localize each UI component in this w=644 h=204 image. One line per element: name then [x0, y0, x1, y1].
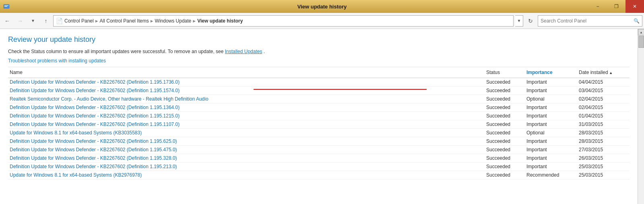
troubleshoot-link[interactable]: Troubleshoot problems with installing up… — [8, 58, 106, 64]
table-row[interactable]: Definition Update for Windows Defender -… — [8, 120, 630, 129]
app-icon — [3, 3, 10, 10]
table-row[interactable]: Definition Update for Windows Defender -… — [8, 137, 630, 146]
cell-status: Succeeded — [485, 155, 525, 161]
cell-importance: Important — [525, 88, 577, 93]
table-row[interactable]: Definition Update for Windows Defender -… — [8, 87, 630, 95]
maximize-button[interactable]: ❐ — [607, 0, 625, 13]
table-row[interactable]: Definition Update for Windows Defender -… — [8, 146, 630, 154]
cell-importance: Important — [525, 122, 577, 127]
cell-importance: Important — [525, 105, 577, 110]
cell-date: 25/03/2015 — [577, 172, 630, 178]
col-date-header[interactable]: Date installed — [577, 70, 630, 75]
path-part-4: View update history — [197, 18, 243, 24]
search-box: 🔍 — [538, 15, 642, 27]
table-row[interactable]: Definition Update for Windows Defender -… — [8, 163, 630, 171]
cell-name[interactable]: Definition Update for Windows Defender -… — [8, 164, 485, 169]
cell-importance: Important — [525, 155, 577, 161]
description-end: . — [264, 49, 265, 54]
titlebar: View update history − ❐ ✕ — [0, 0, 644, 13]
search-input[interactable] — [541, 18, 632, 24]
page-title: Review your update history — [8, 35, 630, 44]
svg-rect-1 — [4, 5, 8, 6]
cell-importance: Recommended — [525, 172, 577, 178]
cell-name[interactable]: Realtek Semiconductor Corp. - Audio Devi… — [8, 96, 485, 102]
cell-date: 04/04/2015 — [577, 79, 630, 85]
cell-status: Succeeded — [485, 79, 525, 85]
cell-date: 01/04/2015 — [577, 113, 630, 119]
table-row[interactable]: Definition Update for Windows Defender -… — [8, 103, 630, 112]
path-sep-1: ► — [95, 19, 99, 23]
installed-updates-link[interactable]: Installed Updates — [225, 49, 262, 54]
forward-button[interactable]: → — [14, 15, 26, 27]
cell-date: 28/03/2015 — [577, 130, 630, 136]
cell-importance: Important — [525, 147, 577, 152]
cell-name[interactable]: Definition Update for Windows Defender -… — [8, 79, 485, 85]
scroll-up-arrow[interactable]: ▲ — [638, 29, 644, 35]
scrollbar[interactable]: ▲ — [638, 29, 644, 204]
back-button[interactable]: ← — [2, 15, 13, 27]
cell-status: Succeeded — [485, 164, 525, 169]
refresh-button[interactable]: ↻ — [525, 15, 536, 27]
description-start: Check the Status column to ensure all im… — [8, 49, 225, 54]
cell-status: Succeeded — [485, 172, 525, 178]
cell-status: Succeeded — [485, 130, 525, 136]
titlebar-title: View update history — [297, 4, 347, 10]
cell-name[interactable]: Definition Update for Windows Defender -… — [8, 88, 485, 93]
table-body: Definition Update for Windows Defender -… — [8, 78, 630, 179]
update-table: Name Status Importance Date installed De… — [8, 67, 630, 179]
address-path[interactable]: 📄 Name Control Panel ► All Control Panel… — [53, 15, 514, 27]
cell-importance: Important — [525, 113, 577, 119]
cell-importance: Important — [525, 79, 577, 85]
cell-date: 31/03/2015 — [577, 122, 630, 127]
table-row[interactable]: Update for Windows 8.1 for x64-based Sys… — [8, 129, 630, 137]
dropdown-arrow-button[interactable]: ▼ — [27, 15, 39, 27]
cell-name[interactable]: Definition Update for Windows Defender -… — [8, 113, 485, 119]
cell-status: Succeeded — [485, 88, 525, 93]
table-row[interactable]: Definition Update for Windows Defender -… — [8, 78, 630, 87]
cell-date: 26/03/2015 — [577, 155, 630, 161]
cell-name[interactable]: Definition Update for Windows Defender -… — [8, 105, 485, 110]
window-body: Review your update history Check the Sta… — [0, 29, 644, 204]
addressbar: ← → ▼ ↑ 📄 Name Control Panel ► All Contr… — [0, 13, 644, 29]
scrollbar-thumb[interactable] — [638, 36, 644, 48]
cell-importance: Optional — [525, 96, 577, 102]
cell-name[interactable]: Definition Update for Windows Defender -… — [8, 147, 485, 152]
cell-date: 02/04/2015 — [577, 96, 630, 102]
path-sep-3: ► — [192, 19, 196, 23]
cell-date: 03/04/2015 — [577, 88, 630, 93]
table-row[interactable]: Update for Windows 8.1 for x64-based Sys… — [8, 171, 630, 179]
col-status-header[interactable]: Status — [485, 70, 525, 75]
cell-date: 27/03/2015 — [577, 147, 630, 152]
minimize-button[interactable]: − — [588, 0, 607, 13]
cell-name[interactable]: Definition Update for Windows Defender -… — [8, 138, 485, 144]
col-name-header[interactable]: Name — [8, 70, 485, 75]
cell-status: Succeeded — [485, 113, 525, 119]
cell-name[interactable]: Update for Windows 8.1 for x64-based Sys… — [8, 172, 485, 178]
path-sep-2: ► — [150, 19, 154, 23]
close-button[interactable]: ✕ — [625, 0, 644, 13]
table-row[interactable]: Definition Update for Windows Defender -… — [8, 154, 630, 163]
cell-status: Succeeded — [485, 138, 525, 144]
table-row[interactable]: Definition Update for Windows Defender -… — [8, 112, 630, 120]
up-button[interactable]: ↑ — [40, 15, 52, 27]
folder-icon: 📄 — [56, 18, 63, 24]
cell-date: 02/04/2015 — [577, 105, 630, 110]
cell-name[interactable]: Update for Windows 8.1 for x64-based Sys… — [8, 130, 485, 136]
cell-name[interactable]: Definition Update for Windows Defender -… — [8, 155, 485, 161]
cell-status: Succeeded — [485, 122, 525, 127]
cell-name[interactable]: Definition Update for Windows Defender -… — [8, 122, 485, 127]
cell-date: 25/03/2015 — [577, 164, 630, 169]
cell-date: 28/03/2015 — [577, 138, 630, 144]
path-part-1: Control Panel — [64, 18, 94, 24]
window-controls: − ❐ ✕ — [588, 0, 644, 13]
table-header: Name Status Importance Date installed — [8, 67, 630, 78]
address-dropdown-button[interactable]: ▼ — [515, 15, 523, 27]
description: Check the Status column to ensure all im… — [8, 48, 630, 55]
table-row[interactable]: Realtek Semiconductor Corp. - Audio Devi… — [8, 95, 630, 103]
col-importance-header[interactable]: Importance — [525, 70, 577, 75]
svg-rect-2 — [4, 6, 7, 7]
content-header: Review your update history Check the Sta… — [0, 29, 638, 67]
path-part-2: All Control Panel Items — [100, 18, 149, 24]
search-icon: 🔍 — [634, 18, 640, 24]
cell-status: Succeeded — [485, 96, 525, 102]
